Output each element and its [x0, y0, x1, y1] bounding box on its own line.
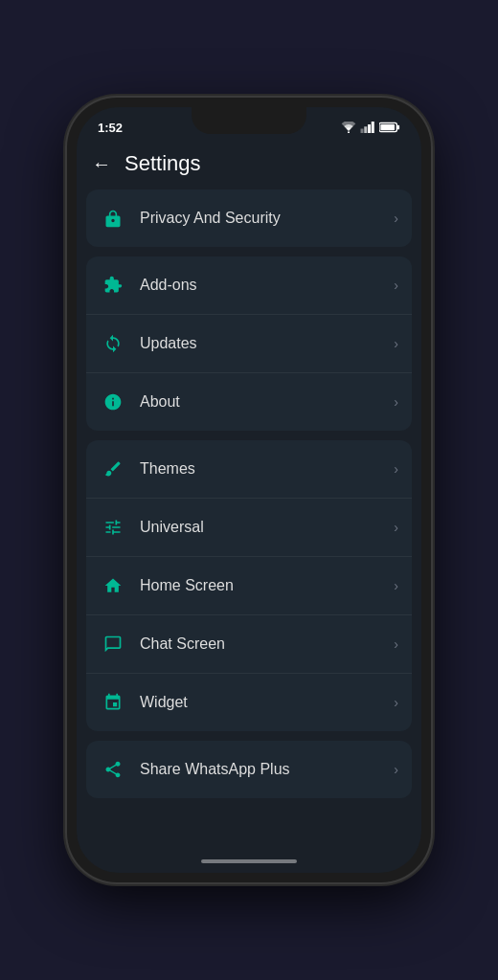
add-ons-chevron: ›	[394, 278, 398, 293]
home-indicator	[201, 859, 297, 863]
add-ons-label: Add-ons	[140, 277, 394, 294]
svg-rect-7	[380, 124, 395, 130]
phone-screen: 1:52	[77, 107, 421, 873]
settings-item-about[interactable]: About ›	[86, 373, 412, 431]
chat-icon	[100, 631, 126, 657]
settings-item-chat-screen[interactable]: Chat Screen ›	[86, 615, 412, 674]
puzzle-icon	[100, 272, 126, 299]
themes-chevron: ›	[394, 461, 398, 477]
chat-screen-chevron: ›	[394, 636, 398, 652]
settings-item-home-screen[interactable]: Home Screen ›	[86, 557, 412, 615]
home-screen-chevron: ›	[394, 578, 398, 593]
wifi-icon	[341, 122, 356, 133]
share-whatsapp-label: Share WhatsApp Plus	[140, 761, 394, 778]
svg-rect-2	[364, 126, 367, 133]
brush-icon	[100, 456, 126, 482]
updates-label: Updates	[140, 335, 394, 352]
settings-group-themes: Themes › Universal ›	[86, 440, 412, 731]
battery-icon	[379, 122, 400, 133]
notch	[192, 107, 306, 134]
privacy-security-label: Privacy And Security	[140, 210, 394, 227]
svg-rect-1	[361, 129, 364, 134]
page-title: Settings	[124, 151, 201, 176]
settings-list: Privacy And Security › Add-ons ›	[77, 189, 421, 873]
settings-group-app: Add-ons › Updates ›	[86, 256, 412, 431]
settings-item-add-ons[interactable]: Add-ons ›	[86, 256, 412, 315]
cube-icon	[100, 689, 126, 716]
settings-group-security: Privacy And Security ›	[86, 189, 412, 247]
privacy-security-chevron: ›	[394, 211, 398, 226]
settings-item-share-whatsapp[interactable]: Share WhatsApp Plus ›	[86, 741, 412, 798]
status-time: 1:52	[98, 121, 123, 135]
settings-item-updates[interactable]: Updates ›	[86, 315, 412, 373]
screen-content: 1:52	[77, 107, 421, 873]
themes-label: Themes	[140, 460, 394, 478]
lock-icon	[100, 205, 126, 232]
share-icon	[100, 756, 126, 783]
widget-label: Widget	[140, 694, 394, 711]
svg-point-0	[348, 131, 350, 133]
svg-rect-6	[397, 125, 399, 130]
chat-screen-label: Chat Screen	[140, 635, 394, 653]
home-icon	[100, 572, 126, 599]
settings-item-widget[interactable]: Widget ›	[86, 674, 412, 731]
universal-chevron: ›	[394, 520, 398, 535]
about-chevron: ›	[394, 394, 398, 410]
home-screen-label: Home Screen	[140, 577, 394, 594]
settings-item-privacy-security[interactable]: Privacy And Security ›	[86, 189, 412, 247]
svg-rect-3	[368, 124, 371, 133]
settings-group-share: Share WhatsApp Plus ›	[86, 741, 412, 798]
back-button[interactable]: ←	[92, 153, 111, 175]
info-icon	[100, 389, 126, 415]
settings-item-themes[interactable]: Themes ›	[86, 440, 412, 499]
signal-icon	[360, 122, 375, 133]
svg-rect-4	[372, 122, 374, 133]
widget-chevron: ›	[394, 695, 398, 710]
status-icons	[341, 122, 400, 133]
phone-frame: 1:52	[67, 98, 431, 882]
share-whatsapp-chevron: ›	[394, 762, 398, 777]
sliders-icon	[100, 514, 126, 541]
updates-chevron: ›	[394, 336, 398, 351]
about-label: About	[140, 393, 394, 411]
refresh-icon	[100, 330, 126, 357]
universal-label: Universal	[140, 519, 394, 536]
settings-item-universal[interactable]: Universal ›	[86, 499, 412, 557]
page-header: ← Settings	[77, 142, 421, 189]
